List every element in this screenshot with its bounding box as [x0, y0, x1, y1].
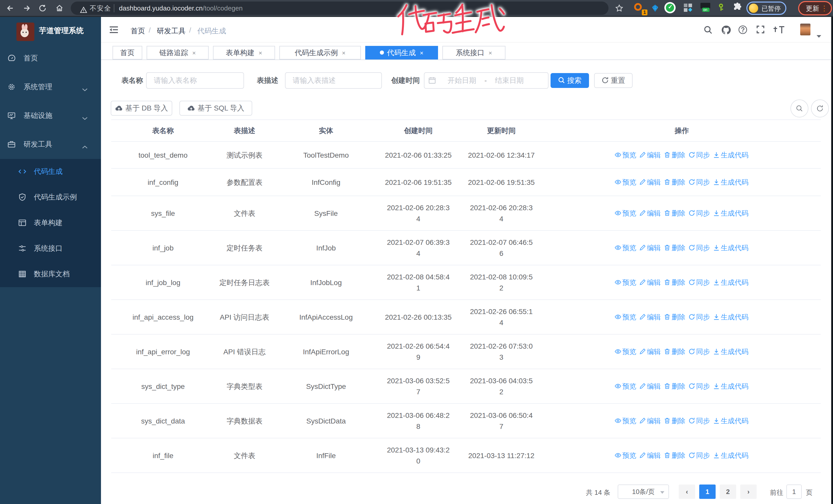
- svg-text:on: on: [703, 8, 708, 12]
